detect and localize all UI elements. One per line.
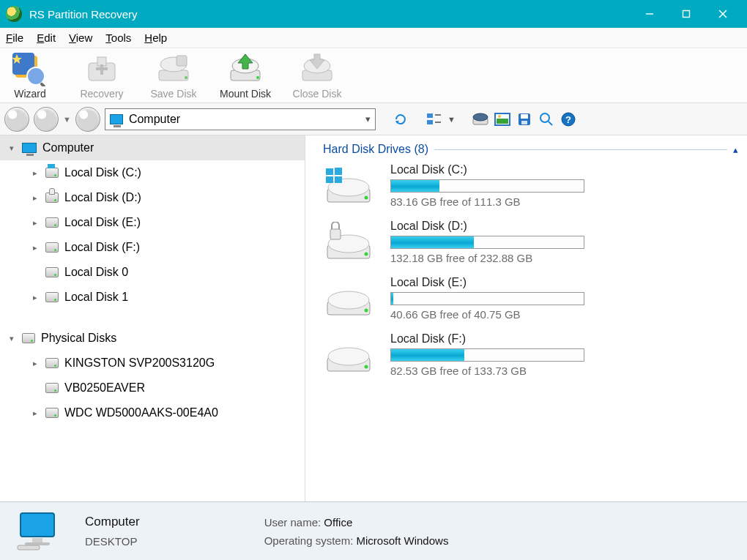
tree-item-label: Local Disk (E:) bbox=[64, 216, 141, 229]
svg-rect-58 bbox=[32, 538, 42, 542]
tree-disk-1[interactable]: ▸ Local Disk 1 bbox=[0, 285, 305, 310]
tree-panel: ▾ Computer ▸ Local Disk (C:) ▸ Local Dis… bbox=[0, 135, 305, 501]
tree-disk-f[interactable]: ▸ Local Disk (F:) bbox=[0, 235, 305, 260]
tree-item-label: VB0250EAVER bbox=[64, 381, 145, 395]
address-value: Computer bbox=[129, 113, 180, 126]
chevron-right-icon[interactable]: ▸ bbox=[31, 293, 40, 302]
save-button[interactable] bbox=[516, 111, 533, 128]
svg-point-28 bbox=[473, 113, 488, 121]
chevron-down-icon[interactable]: ▾ bbox=[7, 143, 16, 153]
nav-forward-button[interactable] bbox=[34, 107, 59, 132]
svg-rect-46 bbox=[335, 176, 342, 183]
search-button[interactable] bbox=[538, 111, 555, 128]
picture-button[interactable] bbox=[494, 111, 511, 128]
view-options-dropdown[interactable]: ▼ bbox=[447, 115, 456, 124]
refresh-button[interactable] bbox=[392, 111, 409, 128]
menu-view[interactable]: View bbox=[69, 31, 92, 44]
status-os-value: Microsoft Windows bbox=[357, 534, 449, 547]
address-bar[interactable]: Computer ▾ bbox=[105, 108, 376, 130]
group-header[interactable]: Hard Disk Drives (8) ▴ bbox=[323, 143, 740, 156]
capacity-bar bbox=[390, 348, 584, 362]
tree-physical-2[interactable]: ▸ WDC WD5000AAKS-00E4A0 bbox=[0, 400, 305, 425]
svg-rect-16 bbox=[176, 56, 187, 66]
disk-icon bbox=[22, 333, 35, 343]
svg-rect-24 bbox=[427, 120, 433, 124]
wizard-icon bbox=[11, 51, 49, 86]
nav-back-button[interactable] bbox=[4, 107, 29, 132]
wizard-button[interactable]: Wizard bbox=[4, 51, 56, 100]
disk-icon bbox=[45, 168, 59, 178]
drive-item-c[interactable]: Local Disk (C:) 83.16 GB free of 111.3 G… bbox=[323, 163, 740, 208]
disk-icon bbox=[45, 358, 59, 368]
mount-disk-icon bbox=[226, 51, 264, 86]
chevron-down-icon[interactable]: ▾ bbox=[365, 113, 371, 124]
tree-root-label: Computer bbox=[42, 141, 94, 154]
svg-rect-44 bbox=[335, 168, 342, 175]
recovery-icon bbox=[83, 51, 121, 86]
close-disk-button[interactable]: Close Disk bbox=[291, 51, 343, 100]
save-disk-button[interactable]: Save Disk bbox=[148, 51, 199, 100]
svg-rect-34 bbox=[521, 114, 528, 119]
status-name: Computer bbox=[85, 515, 140, 529]
chevron-right-icon[interactable]: ▸ bbox=[31, 218, 40, 228]
nav-history-dropdown[interactable]: ▼ bbox=[63, 115, 71, 124]
collapse-icon[interactable]: ▴ bbox=[733, 144, 738, 155]
menu-help[interactable]: Help bbox=[144, 31, 167, 44]
tree-disk-c[interactable]: ▸ Local Disk (C:) bbox=[0, 160, 305, 185]
svg-point-55 bbox=[328, 348, 369, 365]
menu-edit[interactable]: Edit bbox=[37, 31, 56, 44]
disk-icon bbox=[45, 242, 59, 253]
svg-point-31 bbox=[498, 115, 501, 118]
svg-point-19 bbox=[256, 76, 259, 79]
disk-button[interactable] bbox=[472, 111, 489, 128]
tree-item-label: Local Disk 1 bbox=[64, 291, 128, 304]
drive-icon bbox=[323, 222, 374, 263]
close-button[interactable] bbox=[705, 0, 741, 28]
tree-disk-0[interactable]: ▸ Local Disk 0 bbox=[0, 260, 305, 285]
recovery-label: Recovery bbox=[80, 88, 123, 100]
view-options-button[interactable] bbox=[425, 111, 443, 128]
computer-large-icon bbox=[16, 512, 63, 551]
tree-physical-1[interactable]: ▸ VB0250EAVER bbox=[0, 376, 305, 400]
computer-icon bbox=[110, 114, 123, 124]
toolbar: Wizard Recovery Save Disk Mount Disk Clo… bbox=[0, 48, 747, 103]
chevron-right-icon[interactable]: ▸ bbox=[31, 408, 40, 418]
chevron-right-icon[interactable]: ▸ bbox=[31, 168, 40, 178]
close-disk-icon bbox=[298, 51, 336, 86]
maximize-button[interactable] bbox=[668, 0, 705, 28]
svg-rect-30 bbox=[497, 119, 508, 124]
help-button[interactable]: ? bbox=[560, 111, 577, 128]
tree-disk-e[interactable]: ▸ Local Disk (E:) bbox=[0, 210, 305, 235]
recovery-button[interactable]: Recovery bbox=[76, 51, 127, 100]
chevron-down-icon[interactable]: ▾ bbox=[7, 334, 16, 343]
menubar: File Edit View Tools Help bbox=[0, 28, 747, 48]
drive-free-text: 83.16 GB free of 111.3 GB bbox=[390, 195, 584, 208]
svg-point-36 bbox=[540, 113, 549, 122]
computer-icon bbox=[22, 143, 37, 153]
app-icon bbox=[6, 6, 22, 22]
main-area: ▾ Computer ▸ Local Disk (C:) ▸ Local Dis… bbox=[0, 135, 747, 501]
chevron-right-icon[interactable]: ▸ bbox=[31, 193, 40, 203]
tree-disk-d[interactable]: ▸ Local Disk (D:) bbox=[0, 185, 305, 210]
svg-point-6 bbox=[27, 67, 45, 85]
mount-disk-button[interactable]: Mount Disk bbox=[220, 51, 271, 100]
drive-item-e[interactable]: Local Disk (E:) 40.66 GB free of 40.75 G… bbox=[323, 276, 740, 321]
svg-rect-35 bbox=[521, 121, 527, 124]
menu-file[interactable]: File bbox=[6, 31, 23, 44]
svg-rect-59 bbox=[25, 542, 50, 545]
tree-physical-0[interactable]: ▸ KINGSTON SVP200S3120G bbox=[0, 351, 305, 376]
minimize-button[interactable] bbox=[631, 0, 668, 28]
drive-free-text: 82.53 GB free of 133.73 GB bbox=[390, 365, 584, 377]
titlebar: RS Partition Recovery bbox=[0, 0, 747, 28]
disk-icon bbox=[45, 193, 59, 203]
drive-item-d[interactable]: Local Disk (D:) 132.18 GB free of 232.88… bbox=[323, 220, 740, 264]
drive-item-f[interactable]: Local Disk (F:) 82.53 GB free of 133.73 … bbox=[323, 332, 740, 377]
svg-text:?: ? bbox=[565, 114, 571, 125]
menu-tools[interactable]: Tools bbox=[105, 31, 131, 44]
tree-physical-header[interactable]: ▾ Physical Disks bbox=[0, 326, 305, 351]
nav-up-button[interactable] bbox=[75, 107, 100, 132]
chevron-right-icon[interactable]: ▸ bbox=[31, 243, 40, 253]
save-disk-label: Save Disk bbox=[150, 88, 196, 100]
tree-root-computer[interactable]: ▾ Computer bbox=[0, 135, 305, 160]
chevron-right-icon[interactable]: ▸ bbox=[31, 359, 40, 368]
